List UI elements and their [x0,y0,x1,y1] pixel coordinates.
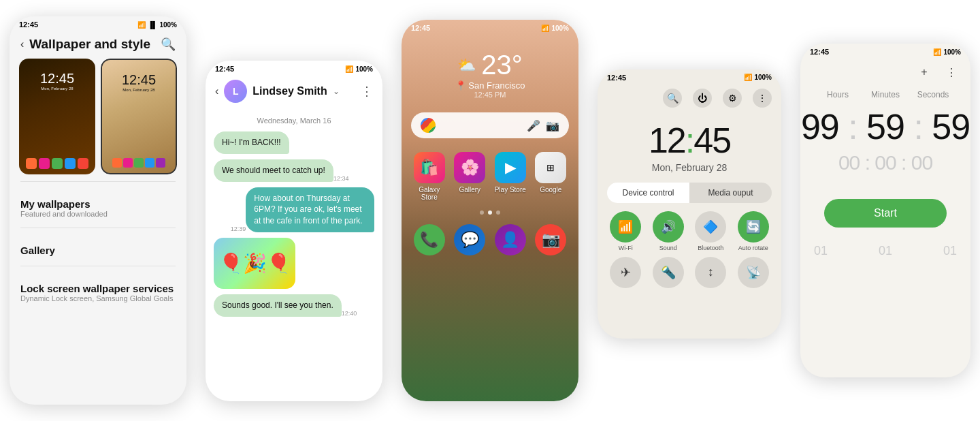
bluetooth-quick-label: Bluetooth [698,245,723,251]
weather-widget: ⛅ 23° 📍 San Francisco 12:45 PM [402,36,578,106]
status-time-5: 12:45 [810,48,829,56]
gallery-icon: 🌸 [454,152,485,183]
airplane-quick-btn[interactable]: ✈ [610,257,641,288]
add-toolbar-icon[interactable]: + [915,63,934,82]
battery-2: 100% [355,65,373,73]
quick-auto-rotate[interactable]: 🔄 Auto rotate [735,211,772,251]
chat-area: Wednesday, March 16 Hi~! I'm BACK!!! We … [206,108,382,326]
search-panel-icon[interactable]: 🔍 [663,89,682,108]
balloon-emoji: 🎈🎉🎈 [219,252,291,275]
dock-item-camera[interactable]: 📷 [534,224,568,255]
sound-quick-btn[interactable]: 🔊 [653,211,684,243]
quick-sound[interactable]: 🔊 Sound [650,211,687,251]
dock-item-messages[interactable]: 💬 [453,224,487,255]
wallpaper-thumb-dark[interactable]: 12:45 Mon, February 28 [19,59,95,174]
sw-colon-1: : [848,107,866,146]
phone-quick-panel: 12:45 📶 100% 🔍 ⏻ ⚙ ⋮ 12:45 Mon, February… [598,69,781,339]
quick-bluetooth[interactable]: 🔷 Bluetooth [692,211,730,251]
more-toolbar-icon[interactable]: ⋮ [942,63,961,82]
lock-screen-section[interactable]: Lock screen wallpaper services Dynamic L… [10,273,186,305]
back-icon-2[interactable]: ‹ [215,85,218,97]
news-quick-btn[interactable]: 📡 [738,257,769,288]
clock-minutes: 45 [693,121,730,160]
lens-icon[interactable]: 📷 [546,119,559,132]
wifi-icon-4: 📶 [744,74,752,81]
nfc-quick-btn[interactable]: ↕ [695,257,726,288]
dock-item-contacts[interactable]: 👤 [493,224,527,255]
divider-1 [20,181,176,182]
auto-rotate-quick-btn[interactable]: 🔄 [738,211,769,243]
divider-2 [20,228,176,228]
mic-icon[interactable]: 🎤 [527,119,540,132]
bubble-text-5: Sounds good. I'll see you then. [214,294,342,317]
more-panel-icon[interactable]: ⋮ [753,89,772,108]
chevron-down-icon[interactable]: ⌄ [333,87,340,96]
dock-item-phone[interactable]: 📞 [412,224,446,255]
quick-settings-grid: 📶 Wi-Fi 🔊 Sound 🔷 Bluetooth 🔄 Auto rotat… [598,208,781,291]
bluetooth-quick-btn[interactable]: 🔷 [695,211,726,243]
battery-1: 100% [159,21,177,29]
settings-icon[interactable]: ⚙ [723,89,742,108]
sw-sec-hours: 00 [838,151,860,174]
status-icons-5: 📶 100% [933,48,961,56]
quick-news[interactable]: 📡 [735,257,772,288]
app-item-play-store[interactable]: ▶ Play Store [493,152,527,201]
back-icon[interactable]: ‹ [20,38,24,50]
col-hours-label: Hours [814,90,862,99]
quick-nfc[interactable]: ↕ [692,257,730,288]
image-message: 🎈🎉🎈 [214,238,295,289]
status-bar-4: 12:45 📶 100% [598,69,781,86]
bubble-text-2: We should meet to catch up! [214,159,333,182]
status-time-3: 12:45 [411,24,430,32]
time-3: 12:39 [231,225,246,232]
more-icon[interactable]: ⋮ [361,84,373,99]
app-item-gallery[interactable]: 🌸 Gallery [453,152,487,201]
quick-flashlight[interactable]: 🔦 [650,257,687,288]
header-left: ‹ Wallpaper and style [20,37,150,52]
message-3: 12:39 How about on Thursday at 6PM? If y… [214,187,374,232]
stopwatch-column-headers: Hours Minutes Seconds [800,87,970,102]
thumb-apps-2 [112,158,165,168]
contact-info[interactable]: ‹ L Lindsey Smith ⌄ [215,80,340,103]
status-icons-4: 📶 100% [744,74,772,81]
quick-wifi[interactable]: 📶 Wi-Fi [607,211,644,251]
wallpaper-thumb-light[interactable]: 12:45 Mon, February 28 [101,59,177,174]
message-5: Sounds good. I'll see you then. 12:40 [214,294,374,317]
search-icon[interactable]: 🔍 [161,37,176,52]
flashlight-quick-btn[interactable]: 🔦 [653,257,684,288]
start-button[interactable]: Start [824,199,947,228]
messages-header: ‹ L Lindsey Smith ⌄ ⋮ [206,77,382,108]
wifi-quick-btn[interactable]: 📶 [610,211,641,243]
tab-device-control[interactable]: Device control [607,183,689,203]
thumb-clock-1: 12:45 Mon, February 28 [40,71,74,91]
panel-clock: 12:45 Mon, February 28 [598,113,781,176]
weather-temperature: 23° [481,50,523,80]
lap-1-seconds: 01 [943,244,957,258]
sw-minutes: 59 [866,107,904,146]
tab-media-output[interactable]: Media ouput [689,183,772,203]
status-time-1: 12:45 [19,20,38,29]
galaxy-store-icon: 🛍️ [414,152,445,183]
gallery-section[interactable]: Gallery [10,235,186,259]
status-bar-1: 12:45 📶 ▐▌ 100% [10,16,186,33]
gallery-label: Gallery [459,186,480,193]
bubble-text-3: How about on Thursday at 6PM? If you are… [246,187,374,232]
power-icon[interactable]: ⏻ [693,89,712,108]
contacts-app-icon: 👤 [495,224,526,255]
lap-row-1: 01 01 01 [814,241,957,261]
sw-sec-colon-2: : [901,151,911,174]
google-search-bar[interactable]: 🎤 📷 [411,112,569,138]
play-store-label: Play Store [495,186,526,193]
app-item-google[interactable]: ⊞ Google [534,152,568,201]
phone-app-icon: 📞 [414,224,445,255]
phone-wallpaper-style: 12:45 📶 ▐▌ 100% ‹ Wallpaper and style 🔍 … [10,16,186,405]
lap-time-rows: 01 01 01 [800,241,970,261]
quick-airplane[interactable]: ✈ [607,257,644,288]
sw-colon-2: : [913,107,932,146]
status-bar-5: 12:45 📶 100% [800,44,970,60]
col-minutes-label: Minutes [862,90,909,99]
stopwatch-secondary-display: 00 : 00 : 00 [800,151,970,174]
google-label: Google [540,186,561,193]
app-item-galaxy-store[interactable]: 🛍️ Galaxy Store [412,152,446,201]
my-wallpapers-section[interactable]: My wallpapers Featured and downloaded [10,189,186,221]
